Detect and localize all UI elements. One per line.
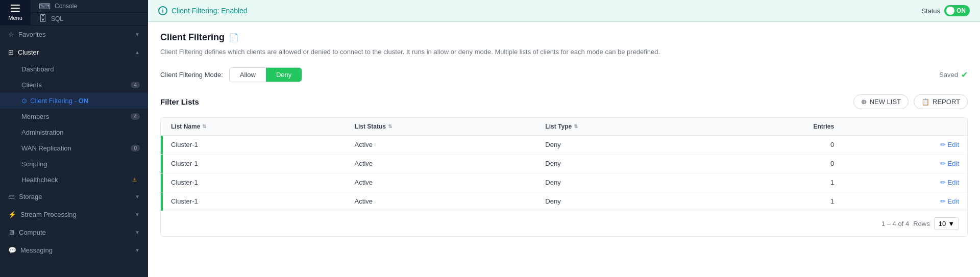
nav-item-favorites[interactable]: ☆ Favorites ▼	[0, 26, 148, 43]
mode-label: Client Filtering Mode:	[160, 71, 223, 79]
favorites-label: Favorites	[18, 31, 45, 38]
filter-lists-title: Filter Lists	[160, 97, 199, 106]
status-label: Status	[921, 7, 940, 15]
deny-button[interactable]: Deny	[266, 68, 302, 82]
banner-text: Client Filtering: Enabled	[172, 7, 248, 15]
nav-section-favorites: ☆ Favorites ▼	[0, 26, 148, 43]
nav-section-cluster: ⊞ Cluster ▲ Dashboard Clients 4 ⊙ Client…	[0, 43, 148, 188]
chevron-up-icon: ▲	[135, 49, 140, 55]
clients-badge: 4	[131, 82, 140, 88]
sidebar-item-members[interactable]: Members 4	[0, 109, 148, 124]
sort-icon[interactable]: ⇅	[202, 123, 206, 129]
sql-label: SQL	[51, 15, 63, 22]
cluster-icon: ⊞	[8, 48, 14, 56]
filter-lists-header: Filter Lists ⊕ NEW LIST 📋 REPORT	[160, 94, 968, 109]
mode-toggle: Allow Deny	[229, 67, 302, 82]
col-entries: Entries	[710, 118, 842, 136]
wan-replication-label: WAN Replication	[21, 144, 71, 152]
saved-label: Saved	[939, 71, 958, 79]
toggle-circle	[946, 7, 954, 15]
mode-row: Client Filtering Mode: Allow Deny Saved …	[160, 67, 968, 82]
sidebar-item-wan-replication[interactable]: WAN Replication 0	[0, 140, 148, 156]
edit-button[interactable]: ✏ Edit	[940, 160, 959, 167]
cell-list-type: Deny	[537, 154, 710, 173]
content-area: Client Filtering 📄 Client Filtering defi…	[148, 22, 980, 277]
cell-entries: 0	[710, 135, 842, 154]
sidebar-item-healthcheck[interactable]: Healthcheck ⚠	[0, 172, 148, 188]
report-button[interactable]: 📋 REPORT	[914, 94, 968, 109]
page-header: Client Filtering 📄	[160, 32, 968, 43]
rows-per-page-select[interactable]: 10 ▼	[934, 217, 959, 230]
administration-label: Administration	[21, 129, 63, 136]
status-toggle[interactable]: ON	[944, 5, 970, 16]
wan-replication-badge: 0	[131, 145, 140, 152]
sidebar-item-clients[interactable]: Clients 4	[0, 77, 148, 93]
nav-section-compute: 🖥 Compute ▼	[0, 223, 148, 241]
compute-label: Compute	[19, 229, 46, 236]
nav-item-stream-processing[interactable]: ⚡ Stream Processing ▼	[0, 206, 148, 223]
table-row: Cluster-1 Active Deny 1 ✏ Edit	[161, 192, 967, 211]
chevron-down-icon: ▼	[135, 247, 140, 253]
new-list-button[interactable]: ⊕ NEW LIST	[853, 94, 909, 109]
edit-button[interactable]: ✏ Edit	[940, 197, 959, 205]
cell-list-type: Deny	[537, 192, 710, 211]
filter-lists-table-wrap: List Name⇅ List Status⇅ List Type⇅ Entri…	[160, 117, 968, 237]
hamburger-line	[11, 11, 20, 12]
sql-nav-item[interactable]: 🗄 SQL	[31, 13, 148, 26]
console-nav-item[interactable]: ⌨ Console	[31, 0, 148, 13]
sort-icon[interactable]: ⇅	[574, 123, 578, 129]
top-nav: Menu ⌨ Console 🗄 SQL	[0, 0, 148, 26]
messaging-icon: 💬	[8, 246, 16, 254]
col-list-status: List Status⇅	[347, 118, 537, 136]
cell-entries: 1	[710, 192, 842, 211]
nav-item-compute[interactable]: 🖥 Compute ▼	[0, 223, 148, 241]
scripting-label: Scripting	[21, 160, 47, 168]
cell-list-status: Active	[347, 192, 537, 211]
rows-value: 10	[939, 220, 946, 228]
chevron-down-icon: ▼	[135, 32, 140, 37]
sort-icon[interactable]: ⇅	[388, 123, 392, 129]
page-description: Client Filtering defines which clients a…	[160, 47, 968, 57]
status-banner: i Client Filtering: Enabled Status ON	[148, 0, 980, 22]
nav-item-storage[interactable]: 🗃 Storage ▼	[0, 188, 148, 206]
page-title: Client Filtering	[160, 32, 225, 43]
client-filtering-icon: ⊙	[21, 97, 27, 105]
members-badge: 4	[131, 113, 140, 120]
sidebar-item-administration[interactable]: Administration	[0, 124, 148, 140]
cell-list-status: Active	[347, 135, 537, 154]
pagination: 1 – 4 of 4 Rows 10 ▼	[161, 211, 967, 236]
sidebar-item-dashboard[interactable]: Dashboard	[0, 61, 148, 77]
allow-button[interactable]: Allow	[230, 68, 266, 82]
document-icon[interactable]: 📄	[229, 33, 239, 42]
edit-button[interactable]: ✏ Edit	[940, 179, 959, 186]
members-label: Members	[21, 113, 49, 120]
chevron-down-icon: ▼	[948, 220, 954, 228]
edit-button[interactable]: ✏ Edit	[940, 141, 959, 148]
check-icon: ✔	[961, 70, 968, 80]
cell-edit: ✏ Edit	[842, 192, 967, 211]
cluster-sub-items: Dashboard Clients 4 ⊙ Client Filtering -…	[0, 61, 148, 188]
sql-icon: 🗄	[39, 14, 47, 23]
cell-list-status: Active	[347, 154, 537, 173]
hamburger-line	[11, 5, 20, 6]
filter-lists-table: List Name⇅ List Status⇅ List Type⇅ Entri…	[161, 118, 967, 211]
cell-entries: 0	[710, 154, 842, 173]
healthcheck-badge: ⚠	[129, 177, 140, 183]
cell-list-name: Cluster-1	[163, 173, 347, 192]
status-value: ON	[957, 7, 966, 14]
nav-item-cluster[interactable]: ⊞ Cluster ▲	[0, 43, 148, 61]
console-sql-nav: ⌨ Console 🗄 SQL	[31, 0, 148, 26]
storage-icon: 🗃	[8, 193, 15, 200]
cell-list-name: Cluster-1	[163, 192, 347, 211]
nav-item-messaging[interactable]: 💬 Messaging ▼	[0, 241, 148, 259]
cell-edit: ✏ Edit	[842, 135, 967, 154]
nav-section-storage: 🗃 Storage ▼	[0, 188, 148, 206]
sidebar-item-client-filtering[interactable]: ⊙ Client Filtering - ON	[0, 93, 148, 109]
nav-section-stream-processing: ⚡ Stream Processing ▼	[0, 206, 148, 223]
sidebar-item-scripting[interactable]: Scripting	[0, 156, 148, 172]
cluster-label: Cluster	[18, 48, 39, 56]
pagination-info: 1 – 4 of 4	[881, 220, 909, 228]
menu-button[interactable]: Menu	[0, 0, 31, 26]
stream-icon: ⚡	[8, 211, 16, 218]
console-label: Console	[55, 3, 77, 10]
